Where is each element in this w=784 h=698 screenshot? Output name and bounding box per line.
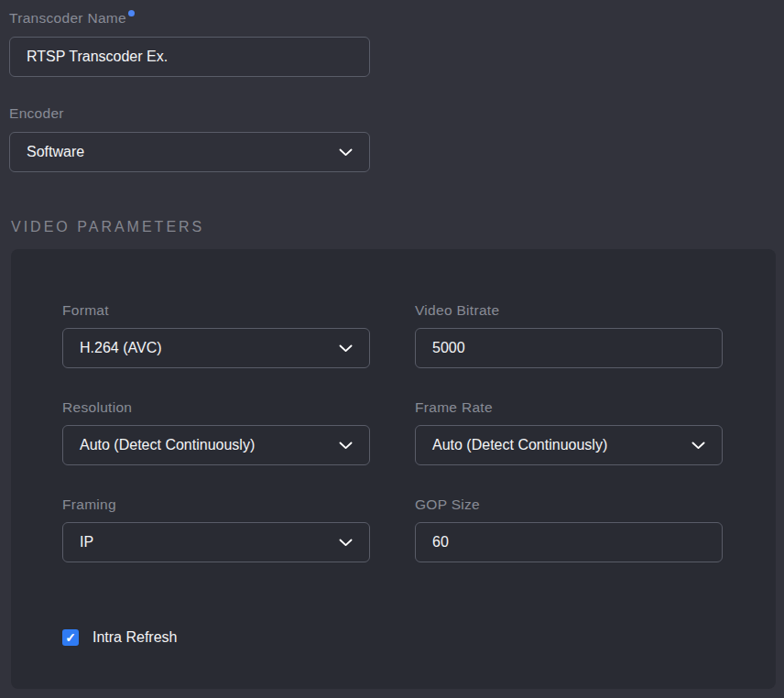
resolution-field-group: Resolution Auto (Detect Continuously) [62,399,370,465]
encoder-label: Encoder [9,105,64,122]
video-parameters-grid: Format H.264 (AVC) Video Bitrate Resolut… [62,302,724,562]
format-selected-value: H.264 (AVC) [80,340,162,356]
format-label: Format [62,302,109,319]
gop-size-field-group: GOP Size [415,496,723,562]
frame-rate-select[interactable]: Auto (Detect Continuously) [415,425,723,465]
checkmark-icon: ✓ [65,631,76,644]
format-field-group: Format H.264 (AVC) [62,302,370,368]
frame-rate-field-group: Frame Rate Auto (Detect Continuously) [415,399,723,465]
chevron-down-icon [339,344,353,353]
encoder-selected-value: Software [27,144,84,160]
framing-field-group: Framing IP [62,496,370,562]
encoder-select[interactable]: Software [9,132,370,172]
framing-select[interactable]: IP [62,522,370,562]
encoder-field-group: Encoder Software [9,105,784,172]
video-parameters-panel: Format H.264 (AVC) Video Bitrate Resolut… [11,249,776,689]
chevron-down-icon [339,148,353,157]
transcoder-name-label: Transcoder Name [9,10,126,27]
chevron-down-icon [339,442,353,450]
gop-size-label: GOP Size [415,496,480,513]
transcoder-name-label-row: Transcoder Name [9,10,784,37]
video-bitrate-label: Video Bitrate [415,302,499,319]
framing-selected-value: IP [80,534,93,551]
frame-rate-label: Frame Rate [415,399,493,416]
video-bitrate-field-group: Video Bitrate [415,302,723,368]
framing-label: Framing [62,496,116,513]
intra-refresh-checkbox[interactable]: ✓ [62,629,79,646]
gop-size-input[interactable] [415,522,723,562]
frame-rate-selected-value: Auto (Detect Continuously) [432,437,607,453]
chevron-down-icon [691,442,705,450]
transcoder-name-field-group: Transcoder Name [9,10,784,77]
video-parameters-heading: VIDEO PARAMETERS [11,218,784,235]
transcoder-settings-page: Transcoder Name Encoder Software VIDEO P… [0,0,784,698]
top-form-section: Transcoder Name Encoder Software [0,10,784,172]
chevron-down-icon [339,539,353,547]
format-select[interactable]: H.264 (AVC) [62,328,370,368]
video-bitrate-input[interactable] [415,328,723,368]
resolution-selected-value: Auto (Detect Continuously) [80,437,255,453]
required-indicator-dot [128,10,135,16]
transcoder-name-input[interactable] [9,37,370,77]
resolution-label: Resolution [62,399,132,416]
intra-refresh-checkbox-row[interactable]: ✓ Intra Refresh [62,629,724,646]
intra-refresh-label: Intra Refresh [93,629,177,646]
resolution-select[interactable]: Auto (Detect Continuously) [62,425,370,465]
